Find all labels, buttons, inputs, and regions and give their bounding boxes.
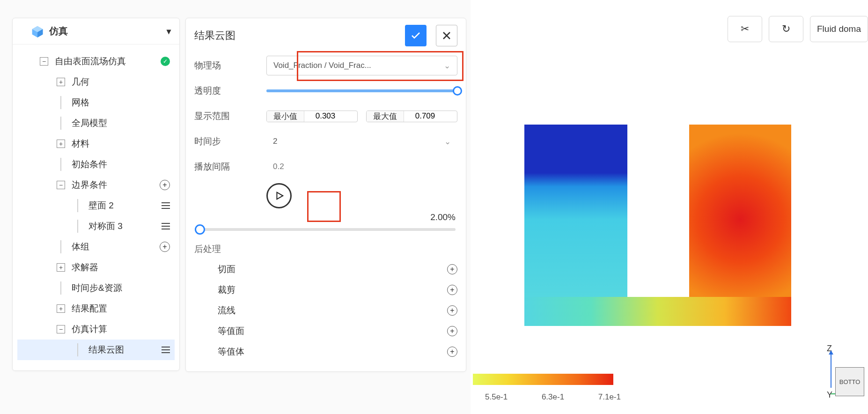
simulation-tree-panel: 仿真 ▾ − 自由表面流场仿真 ✓ + 几何 网格 全局模型 + 材料 初始条件 — [12, 18, 180, 371]
axis-gizmo[interactable]: Z Y BOTTO — [822, 344, 864, 400]
physics-field-row: 物理场 Void_Fraction / Void_Frac... ⌄ — [186, 53, 466, 78]
display-range-row: 显示范围 最小值 最大值 — [186, 104, 466, 129]
axis-y-label: Y — [827, 390, 832, 400]
expand-icon[interactable]: + — [57, 304, 65, 313]
panel-title: 结果云图 — [194, 29, 235, 43]
reset-view-button[interactable]: ↻ — [769, 16, 803, 42]
timestep-select[interactable]: 2 ⌄ — [266, 132, 457, 151]
confirm-button[interactable] — [405, 25, 427, 46]
tree-node-result-cloud[interactable]: 结果云图 — [17, 340, 175, 360]
tree-node-materials[interactable]: + 材料 — [17, 133, 175, 154]
tree-node-root[interactable]: − 自由表面流场仿真 ✓ — [17, 51, 175, 72]
progress-percent: 2.00% — [186, 212, 466, 222]
min-value-group: 最小值 — [266, 111, 358, 122]
postprocess-list: 切面 + 裁剪 + 流线 + 等值面 + 等值体 + — [186, 259, 466, 362]
color-legend-labels: 5.5e-1 6.3e-1 7.1e-1 — [485, 392, 621, 402]
tree-body: − 自由表面流场仿真 ✓ + 几何 网格 全局模型 + 材料 初始条件 − 边界… — [13, 44, 179, 370]
play-row — [186, 179, 466, 212]
max-value-input[interactable] — [404, 111, 446, 122]
tree-line — [57, 281, 65, 295]
color-legend-bar — [473, 374, 613, 385]
viewport-3d[interactable]: ✂ ↻ Fluid doma 5.5e-1 6.3e-1 7.1e-1 Z Y … — [471, 0, 868, 414]
add-icon[interactable]: + — [447, 285, 457, 295]
cube-icon — [31, 25, 44, 37]
tree-line — [74, 199, 82, 212]
collapse-icon[interactable]: − — [40, 57, 48, 66]
tree-node-boundary[interactable]: − 边界条件 + — [17, 175, 175, 195]
panel-header: 结果云图 — [186, 18, 466, 53]
interval-value[interactable]: 0.2 — [266, 162, 457, 171]
max-value-group: 最大值 — [366, 111, 457, 122]
pp-item-streamline[interactable]: 流线 + — [194, 300, 457, 321]
tree-node-mesh[interactable]: 网格 — [17, 92, 175, 113]
domain-select-button[interactable]: Fluid doma — [810, 16, 868, 42]
check-icon: ✓ — [161, 57, 170, 66]
result-cloud-panel: 结果云图 物理场 Void_Fraction / Void_Frac... ⌄ … — [185, 18, 466, 372]
postprocess-section-label: 后处理 — [186, 239, 466, 259]
add-icon[interactable]: + — [447, 347, 457, 357]
tree-line — [74, 220, 82, 233]
tree-node-global-model[interactable]: 全局模型 — [17, 113, 175, 133]
pp-item-slice[interactable]: 切面 + — [194, 259, 457, 280]
close-icon — [442, 31, 451, 40]
collapse-icon[interactable]: − — [57, 181, 65, 189]
add-icon[interactable]: + — [447, 305, 457, 316]
tree-node-timestep-resource[interactable]: 时间步&资源 — [17, 278, 175, 298]
menu-icon[interactable] — [162, 223, 170, 229]
tree-node-result-config[interactable]: + 结果配置 — [17, 298, 175, 319]
menu-icon[interactable] — [162, 202, 170, 209]
tree-header-label: 仿真 — [49, 25, 68, 37]
chevron-down-icon[interactable]: ▾ — [167, 26, 171, 37]
expand-icon[interactable]: + — [57, 140, 65, 148]
play-button[interactable] — [266, 183, 292, 208]
add-icon[interactable]: + — [447, 326, 457, 336]
tree-node-volume-group[interactable]: 体组 + — [17, 237, 175, 257]
tree-line — [57, 117, 65, 130]
add-icon[interactable]: + — [160, 180, 170, 190]
chevron-down-icon: ⌄ — [444, 137, 451, 147]
play-icon — [274, 191, 284, 201]
timestep-row: 时间步 2 ⌄ — [186, 129, 466, 154]
tree-node-geometry[interactable]: + 几何 — [17, 72, 175, 92]
scissors-icon: ✂ — [741, 23, 749, 35]
reset-icon: ↻ — [782, 23, 790, 35]
physics-field-select[interactable]: Void_Fraction / Void_Frac... ⌄ — [266, 56, 457, 75]
pp-item-isosurface[interactable]: 等值面 + — [194, 321, 457, 341]
opacity-slider[interactable] — [266, 89, 457, 92]
tree-line — [57, 158, 65, 171]
opacity-row: 透明度 — [186, 78, 466, 104]
tree-header[interactable]: 仿真 ▾ — [13, 18, 179, 44]
add-icon[interactable]: + — [447, 264, 457, 274]
min-value-input[interactable] — [304, 111, 346, 122]
pp-item-isovolume[interactable]: 等值体 + — [194, 341, 457, 362]
contour-plot — [524, 125, 791, 326]
viewport-toolbar: ✂ ↻ Fluid doma — [728, 16, 868, 42]
expand-icon[interactable]: + — [57, 263, 65, 272]
collapse-icon[interactable]: − — [57, 325, 65, 333]
tree-node-wall-2[interactable]: 壁面 2 — [17, 195, 175, 216]
menu-icon[interactable] — [162, 347, 170, 353]
tree-node-initial-conditions[interactable]: 初始条件 — [17, 154, 175, 175]
scissors-button[interactable]: ✂ — [728, 16, 762, 42]
tree-node-symmetry-3[interactable]: 对称面 3 — [17, 216, 175, 237]
slider-thumb[interactable] — [453, 86, 462, 96]
slider-thumb[interactable] — [195, 224, 205, 235]
tree-line — [57, 96, 65, 109]
view-cube[interactable]: BOTTO — [835, 367, 864, 396]
pp-item-clip[interactable]: 裁剪 + — [194, 280, 457, 300]
tree-node-solver[interactable]: + 求解器 — [17, 257, 175, 278]
expand-icon[interactable]: + — [57, 78, 65, 86]
tree-node-sim-calc[interactable]: − 仿真计算 — [17, 319, 175, 340]
time-slider[interactable] — [186, 222, 466, 239]
close-button[interactable] — [436, 25, 457, 46]
add-icon[interactable]: + — [160, 242, 170, 252]
chevron-down-icon: ⌄ — [444, 61, 450, 71]
interval-row: 播放间隔 0.2 — [186, 154, 466, 179]
check-icon — [410, 30, 421, 41]
tree-line — [74, 343, 82, 356]
tree-line — [57, 240, 65, 253]
